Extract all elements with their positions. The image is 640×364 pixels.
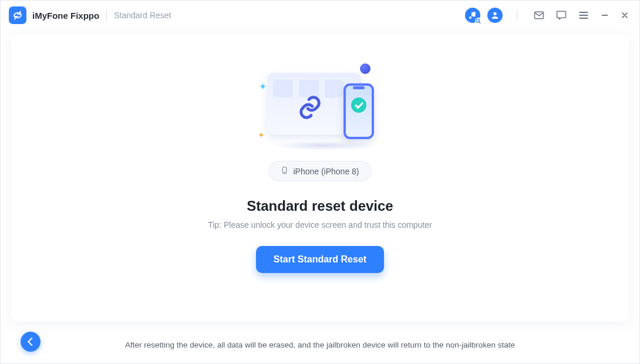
svg-point-0	[476, 19, 480, 22]
title-divider	[106, 10, 107, 21]
titlebar: iMyFone Fixppo Standard Reset	[1, 1, 639, 30]
start-reset-button[interactable]: Start Standard Reset	[256, 246, 384, 273]
mode-label: Standard Reset	[114, 11, 171, 20]
music-icon[interactable]	[465, 8, 480, 23]
footer-note: After resetting the device, all data wil…	[1, 341, 639, 349]
connection-illustration: ✦ ✦	[255, 66, 385, 148]
phone-icon	[281, 165, 288, 177]
page-heading: Standard reset device	[247, 198, 393, 214]
close-button[interactable]	[618, 9, 631, 22]
chat-icon[interactable]	[554, 8, 569, 23]
svg-point-1	[493, 12, 496, 15]
app-logo-icon	[9, 6, 26, 24]
device-pill: iPhone (iPhone 8)	[268, 161, 371, 181]
main-card: ✦ ✦ iPh	[11, 33, 629, 321]
account-icon[interactable]	[487, 8, 503, 23]
title-icons	[465, 8, 631, 23]
tip-text: Tip: Please unlock your device screen an…	[208, 220, 432, 230]
app-name: iMyFone Fixppo	[32, 11, 99, 21]
mail-icon[interactable]	[531, 8, 547, 23]
icon-divider	[517, 10, 517, 21]
svg-point-4	[284, 172, 285, 173]
device-label: iPhone (iPhone 8)	[293, 167, 359, 176]
app-window: iMyFone Fixppo Standard Reset	[0, 0, 640, 364]
menu-icon[interactable]	[576, 8, 591, 23]
minimize-button[interactable]	[598, 9, 611, 22]
